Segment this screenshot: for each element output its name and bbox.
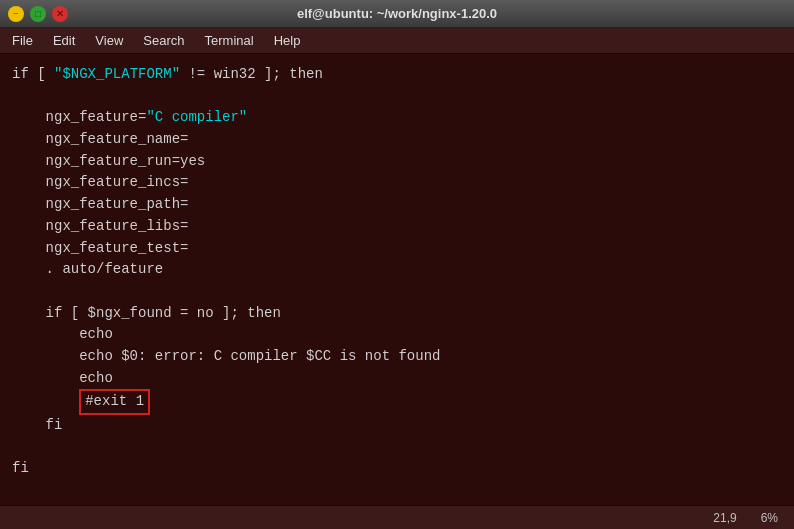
menu-view[interactable]: View [87, 31, 131, 50]
code-line-11 [12, 281, 782, 303]
code-line-5: ngx_feature_run=yes [12, 151, 782, 173]
menu-terminal[interactable]: Terminal [197, 31, 262, 50]
scroll-percent: 6% [761, 511, 778, 525]
maximize-button[interactable]: □ [30, 6, 46, 22]
menu-file[interactable]: File [4, 31, 41, 50]
code-line-6: ngx_feature_incs= [12, 172, 782, 194]
code-line-10: . auto/feature [12, 259, 782, 281]
close-button[interactable]: ✕ [52, 6, 68, 22]
code-line-19: fi [12, 458, 782, 480]
terminal-content: if [ "$NGX_PLATFORM" != win32 ]; then ng… [0, 54, 794, 505]
code-line-16: #exit 1 [12, 389, 782, 415]
window-title: elf@ubuntu: ~/work/nginx-1.20.0 [68, 6, 726, 21]
menu-help[interactable]: Help [266, 31, 309, 50]
code-line-8: ngx_feature_libs= [12, 216, 782, 238]
code-line-17: fi [12, 415, 782, 437]
code-line-4: ngx_feature_name= [12, 129, 782, 151]
title-bar: − □ ✕ elf@ubuntu: ~/work/nginx-1.20.0 [0, 0, 794, 28]
code-line-14: echo $0: error: C compiler $CC is not fo… [12, 346, 782, 368]
code-line-1: if [ "$NGX_PLATFORM" != win32 ]; then [12, 64, 782, 86]
code-line-12: if [ $ngx_found = no ]; then [12, 303, 782, 325]
code-line-3: ngx_feature="C compiler" [12, 107, 782, 129]
code-line-18 [12, 437, 782, 459]
code-line-13: echo [12, 324, 782, 346]
code-line-9: ngx_feature_test= [12, 238, 782, 260]
menu-bar: File Edit View Search Terminal Help [0, 28, 794, 54]
cursor-position: 21,9 [713, 511, 736, 525]
code-line-7: ngx_feature_path= [12, 194, 782, 216]
code-line-15: echo [12, 368, 782, 390]
minimize-button[interactable]: − [8, 6, 24, 22]
menu-search[interactable]: Search [135, 31, 192, 50]
menu-edit[interactable]: Edit [45, 31, 83, 50]
status-bar: 21,9 6% [0, 505, 794, 529]
code-line-2 [12, 86, 782, 108]
